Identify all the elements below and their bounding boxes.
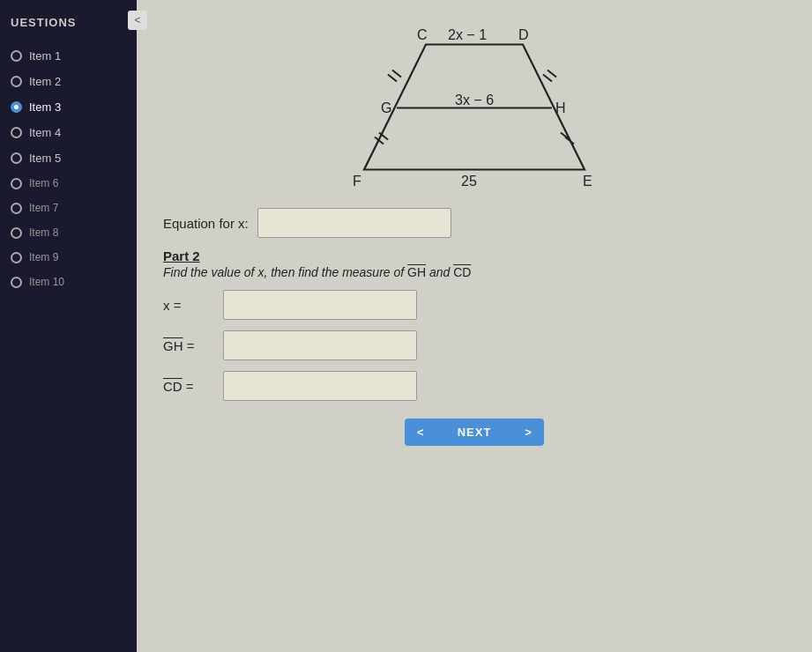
svg-text:3x − 6: 3x − 6 [455,93,494,107]
sidebar-item-label-10: Item 10 [29,276,64,288]
svg-line-2 [388,75,397,82]
next-button[interactable]: NEXT [436,419,513,446]
radio-item-10 [11,277,22,288]
sidebar-item-label-1: Item 1 [29,49,61,63]
trapezoid-diagram: C 2x − 1 D G 3x − 6 H F 25 E [333,18,615,194]
cd-label: CD = [163,379,216,394]
gh-label-desc: GH [407,265,426,279]
main-content: C 2x − 1 D G 3x − 6 H F 25 E Equation fo… [137,0,812,652]
gh-input[interactable] [223,330,417,360]
prev-button[interactable]: < [405,419,436,446]
radio-item-5 [11,152,22,164]
sidebar-item-label-8: Item 8 [29,226,58,239]
gh-input-row: GH = [163,330,786,360]
radio-item-1 [11,50,22,62]
diagram-area: C 2x − 1 D G 3x − 6 H F 25 E [163,18,786,194]
sidebar-item-label-7: Item 7 [29,202,58,214]
sidebar-item-5[interactable]: Item 5 [0,145,137,171]
sidebar-item-4[interactable]: Item 4 [0,120,137,145]
svg-text:H: H [555,100,566,115]
next-arrow-button[interactable]: > [512,419,544,446]
svg-text:25: 25 [461,174,477,189]
sidebar-item-label-4: Item 4 [29,126,61,139]
sidebar-item-10[interactable]: Item 10 [0,270,137,294]
svg-text:F: F [353,174,361,189]
radio-item-7 [11,203,22,214]
gh-label: GH = [163,338,216,353]
radio-item-8 [11,227,22,239]
sidebar-item-9[interactable]: Item 9 [0,245,137,270]
sidebar-item-label-6: Item 6 [29,177,58,189]
part2-title: Part 2 [163,248,786,263]
sidebar-item-7[interactable]: Item 7 [0,196,137,220]
svg-text:G: G [381,100,391,115]
sidebar-item-2[interactable]: Item 2 [0,69,137,94]
sidebar-item-1[interactable]: Item 1 [0,43,137,69]
radio-item-4 [11,127,22,138]
x-input[interactable] [223,290,417,320]
sidebar-item-3[interactable]: Item 3 [0,94,137,120]
part2-description-overline: Find the value of x, then find the measu… [163,265,786,279]
x-label: x = [163,298,216,313]
svg-line-3 [392,70,401,78]
radio-item-6 [11,178,22,189]
svg-line-6 [543,75,552,82]
collapse-button[interactable]: < [128,11,147,30]
equation-input[interactable] [257,208,451,238]
nav-buttons: < NEXT > [163,419,786,446]
cd-input[interactable] [223,371,417,401]
svg-text:D: D [518,27,529,42]
cd-label-desc: CD [453,265,471,279]
radio-item-2 [11,76,22,87]
sidebar-item-8[interactable]: Item 8 [0,220,137,245]
sidebar-title: UESTIONS [0,9,137,43]
radio-item-9 [11,252,22,263]
part1-row: Equation for x: [163,208,786,238]
sidebar: UESTIONS Item 1 Item 2 Item 3 Item 4 Ite… [0,0,137,652]
svg-line-7 [548,70,556,78]
svg-text:E: E [583,174,592,189]
x-input-row: x = [163,290,786,320]
sidebar-item-label-2: Item 2 [29,75,61,88]
svg-text:2x − 1: 2x − 1 [448,27,487,42]
svg-text:C: C [417,27,428,42]
radio-item-3 [11,101,22,113]
sidebar-item-6[interactable]: Item 6 [0,171,137,196]
equation-label: Equation for x: [163,216,249,231]
sidebar-item-label-3: Item 3 [29,100,61,114]
sidebar-item-label-5: Item 5 [29,152,61,165]
cd-input-row: CD = [163,371,786,401]
sidebar-item-label-9: Item 9 [29,251,58,263]
